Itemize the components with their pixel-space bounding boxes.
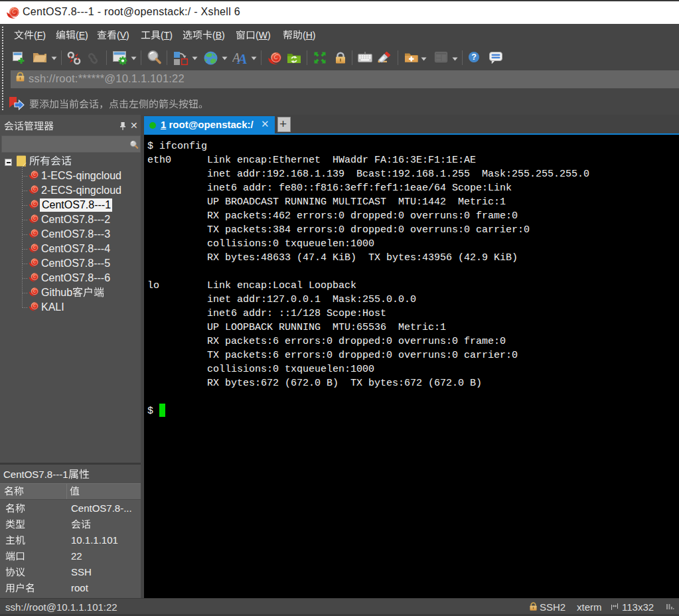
svg-text:?: ? (471, 52, 477, 62)
svg-text:A: A (236, 50, 248, 64)
